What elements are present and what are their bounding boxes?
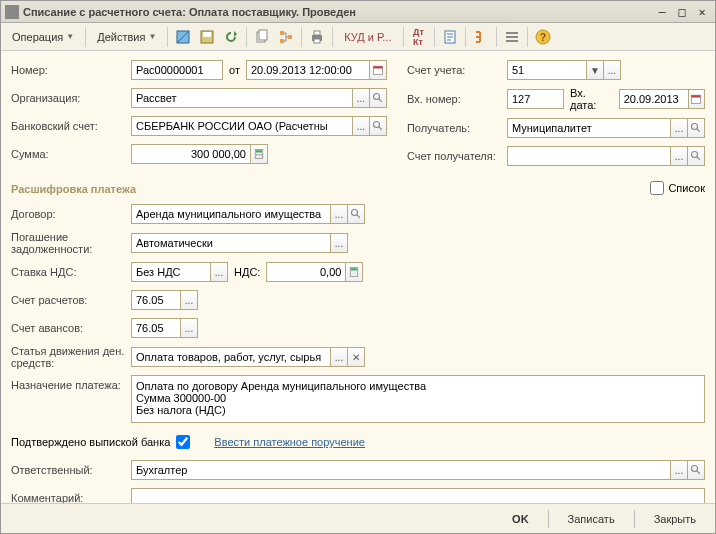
bank-confirm-checkbox[interactable] [176,435,190,449]
svg-point-23 [256,154,258,156]
ellipsis-button[interactable]: ... [330,233,348,253]
ellipsis-button[interactable]: ... [603,60,621,80]
advance-input[interactable] [131,318,181,338]
vat-rate-label: Ставка НДС: [11,266,131,278]
flow-input[interactable] [131,347,331,367]
tree-icon[interactable] [470,26,492,48]
date-input[interactable] [246,60,370,80]
copy-icon[interactable] [251,26,273,48]
refresh-icon[interactable] [220,26,242,48]
settle-input[interactable] [131,290,181,310]
save-icon[interactable] [196,26,218,48]
close-button[interactable]: ✕ [693,4,711,20]
ellipsis-button[interactable]: ... [210,262,228,282]
in-date-input[interactable] [619,89,689,109]
sum-input[interactable] [131,144,251,164]
svg-rect-5 [280,31,284,35]
account-input[interactable] [507,60,587,80]
contract-label: Договор: [11,208,131,220]
ellipsis-button[interactable]: ... [670,146,688,166]
svg-rect-6 [280,39,284,43]
magnifier-icon[interactable] [687,460,705,480]
structure-icon[interactable] [275,26,297,48]
magnifier-icon[interactable] [369,88,387,108]
list-icon[interactable] [501,26,523,48]
post-icon[interactable] [172,26,194,48]
magnifier-icon[interactable] [687,146,705,166]
print-icon[interactable] [306,26,328,48]
svg-rect-12 [506,32,518,34]
bank-label: Банковский счет: [11,120,131,132]
calendar-icon[interactable] [369,60,387,80]
help-icon[interactable]: ? [532,26,554,48]
kudir-button[interactable]: КУД и Р... [337,26,398,48]
magnifier-icon[interactable] [369,116,387,136]
report-icon[interactable] [439,26,461,48]
bank-input[interactable] [131,116,353,136]
vat-rate-input[interactable] [131,262,211,282]
payment-order-link[interactable]: Ввести платежное поручение [214,436,365,448]
debt-input[interactable] [131,233,331,253]
comment-input[interactable] [131,488,705,503]
calculator-icon[interactable] [345,262,363,282]
in-number-input[interactable] [507,89,564,109]
ellipsis-button[interactable]: ... [180,290,198,310]
clear-icon[interactable]: ✕ [347,347,365,367]
svg-rect-22 [256,150,262,152]
recipient-account-label: Счет получателя: [407,150,507,162]
svg-rect-27 [692,95,701,97]
from-label: от [229,64,240,76]
app-icon [5,5,19,19]
vat-label: НДС: [234,266,260,278]
responsible-input[interactable] [131,460,671,480]
titlebar: Списание с расчетного счета: Оплата пост… [1,1,715,23]
toolbar: Операция▼ Действия▼ КУД и Р... ДтКт ? [1,23,715,51]
number-input[interactable] [131,60,223,80]
ellipsis-button[interactable]: ... [352,116,370,136]
ellipsis-button[interactable]: ... [670,460,688,480]
ok-button[interactable]: OK [501,509,540,529]
org-input[interactable] [131,88,353,108]
debt-label: Погашение задолженности: [11,231,131,255]
vat-input[interactable] [266,262,346,282]
purpose-label: Назначение платежа: [11,375,131,391]
ellipsis-button[interactable]: ... [352,88,370,108]
recipient-input[interactable] [507,118,671,138]
svg-point-30 [352,210,358,216]
org-label: Организация: [11,92,131,104]
bank-confirm-label: Подтверждено выпиской банка [11,436,170,448]
close-form-button[interactable]: Закрыть [643,509,707,529]
list-checkbox[interactable] [650,181,664,195]
calculator-icon[interactable] [250,144,268,164]
maximize-button[interactable]: □ [673,4,691,20]
section-title: Расшифровка платежа [11,183,650,195]
in-date-label: Вх. дата: [570,87,613,111]
save-button[interactable]: Записать [557,509,626,529]
purpose-textarea[interactable] [131,375,705,423]
magnifier-icon[interactable] [347,204,365,224]
svg-rect-14 [506,40,518,42]
ellipsis-button[interactable]: ... [330,204,348,224]
svg-rect-13 [506,36,518,38]
magnifier-icon[interactable] [687,118,705,138]
svg-text:?: ? [539,32,545,43]
svg-point-25 [261,154,263,156]
contract-input[interactable] [131,204,331,224]
svg-rect-9 [314,31,320,35]
operation-menu[interactable]: Операция▼ [5,26,81,48]
ellipsis-button[interactable]: ... [670,118,688,138]
recipient-account-input[interactable] [507,146,671,166]
dt-kt-icon[interactable]: ДтКт [408,26,430,48]
svg-point-19 [373,94,379,100]
svg-rect-10 [314,39,320,43]
svg-rect-7 [288,35,292,39]
in-number-label: Вх. номер: [407,93,507,105]
comment-label: Комментарий: [11,492,131,503]
calendar-icon[interactable] [688,89,705,109]
ellipsis-button[interactable]: ... [180,318,198,338]
dropdown-icon[interactable]: ▼ [586,60,604,80]
svg-point-29 [692,152,698,158]
ellipsis-button[interactable]: ... [330,347,348,367]
minimize-button[interactable]: — [653,4,671,20]
actions-menu[interactable]: Действия▼ [90,26,163,48]
